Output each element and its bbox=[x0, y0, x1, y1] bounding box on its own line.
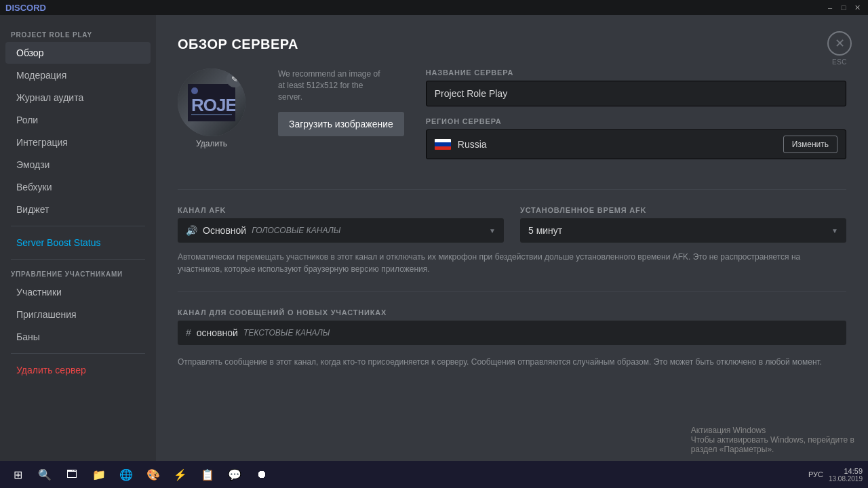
afk-time-col: УСТАНОВЛЕННОЕ ВРЕМЯ AFK 5 минут ▼ bbox=[520, 206, 846, 243]
sidebar-item-audit[interactable]: Журнал аудита bbox=[5, 87, 151, 108]
ae-button[interactable]: ⚡ bbox=[168, 462, 193, 487]
new-members-channel-label: КАНАЛ ДЛЯ СООБЩЕНИЙ О НОВЫХ УЧАСТНИКАХ bbox=[178, 308, 846, 317]
sidebar-item-roles[interactable]: Роли bbox=[5, 109, 151, 131]
server-icon: ROJEC ✎ bbox=[178, 68, 245, 136]
discord-taskbar-button[interactable]: 💬 bbox=[222, 462, 247, 487]
search-taskbar-button[interactable]: 🔍 bbox=[33, 462, 57, 487]
afk-time-arrow: ▼ bbox=[831, 227, 838, 235]
afk-channel-arrow: ▼ bbox=[489, 227, 496, 235]
server-name-field: НАЗВАНИЕ СЕРВЕРА bbox=[426, 68, 846, 106]
sidebar-item-emoji[interactable]: Эмодзи bbox=[5, 154, 151, 176]
server-name-input[interactable] bbox=[426, 81, 846, 106]
icon-upload-area: ROJEC ✎ Удалить bbox=[178, 68, 245, 148]
esc-label: ESC bbox=[832, 58, 847, 66]
region-left: Russia bbox=[435, 139, 487, 150]
sidebar-item-boost[interactable]: Server Boost Status bbox=[5, 232, 151, 253]
taskbar-left: ⊞ 🔍 🗔 📁 🌐 🎨 ⚡ 📋 💬 ⏺ bbox=[5, 462, 274, 487]
server-overview-row: ROJEC ✎ Удалить We recommend an image of… bbox=[178, 68, 846, 170]
server-icon-upload-overlay[interactable]: ✎ bbox=[226, 71, 243, 87]
sidebar-item-delete-server[interactable]: Удалить сервер bbox=[5, 359, 151, 381]
afk-channel-sublabel: ГОЛОСОВЫЕ КАНАЛЫ bbox=[252, 226, 340, 235]
server-meta: НАЗВАНИЕ СЕРВЕРА РЕГИОН СЕРВЕРА Russia bbox=[426, 68, 846, 170]
title-bar: DISCORD – □ ✕ bbox=[0, 0, 868, 15]
title-bar-controls: – □ ✕ bbox=[825, 2, 863, 13]
maximize-button[interactable]: □ bbox=[838, 2, 849, 13]
delete-icon-link[interactable]: Удалить bbox=[196, 139, 227, 148]
close-button[interactable]: ✕ bbox=[827, 31, 852, 56]
afk-channel-value: Основной bbox=[203, 225, 246, 236]
sidebar-divider-1 bbox=[11, 226, 145, 226]
main-content: ✕ ESC ОБЗОР СЕРВЕРА ROJEC bbox=[156, 15, 868, 461]
afk-row: КАНАЛ AFK 🔊 Основной ГОЛОСОВЫЕ КАНАЛЫ ▼ … bbox=[178, 206, 846, 243]
sidebar-item-invites[interactable]: Приглашения bbox=[5, 304, 151, 325]
sidebar-item-integration[interactable]: Интеграция bbox=[5, 131, 151, 153]
region-row: Russia Изменить bbox=[426, 129, 846, 159]
server-image-hint: We recommend an image of at least 512x51… bbox=[278, 68, 387, 102]
app-body: PROJECT ROLE PLAY Обзор Модерация Журнал… bbox=[0, 15, 868, 461]
browser-button[interactable]: 🌐 bbox=[114, 462, 138, 487]
server-name-label: НАЗВАНИЕ СЕРВЕРА bbox=[426, 68, 846, 77]
afk-channel-label: КАНАЛ AFK bbox=[178, 206, 504, 214]
file-explorer-button[interactable]: 📁 bbox=[87, 462, 111, 487]
upload-image-button[interactable]: Загрузить изображение bbox=[278, 112, 404, 136]
start-button[interactable]: ⊞ bbox=[5, 462, 30, 487]
section-divider-members bbox=[178, 291, 846, 292]
task-view-button[interactable]: 🗔 bbox=[60, 462, 84, 487]
new-members-section: КАНАЛ ДЛЯ СООБЩЕНИЙ О НОВЫХ УЧАСТНИКАХ #… bbox=[178, 308, 846, 345]
discord-logo: DISCORD bbox=[5, 3, 46, 13]
server-region-label: РЕГИОН СЕРВЕРА bbox=[426, 117, 846, 125]
hash-icon: # bbox=[186, 327, 191, 338]
sidebar-item-moderation[interactable]: Модерация bbox=[5, 64, 151, 86]
sidebar-section-members: УПРАВЛЕНИЕ УЧАСТНИКАМИ bbox=[0, 265, 156, 281]
page-title: ОБЗОР СЕРВЕРА bbox=[178, 37, 846, 52]
taskbar-lang: РУС bbox=[808, 470, 823, 479]
sidebar-divider-2 bbox=[11, 259, 145, 260]
minimize-button[interactable]: – bbox=[825, 2, 835, 13]
afk-channel-select[interactable]: 🔊 Основной ГОЛОСОВЫЕ КАНАЛЫ ▼ bbox=[178, 218, 504, 243]
taskbar-right: РУС 14:59 13.08.2019 bbox=[808, 467, 863, 483]
speaker-icon: 🔊 bbox=[186, 225, 197, 236]
taskbar-time: 14:59 bbox=[829, 467, 863, 475]
clipboard-button[interactable]: 📋 bbox=[195, 462, 220, 487]
region-name: Russia bbox=[458, 139, 487, 150]
sidebar-item-widget[interactable]: Виджет bbox=[5, 199, 151, 220]
taskbar-date: 13.08.2019 bbox=[829, 475, 863, 483]
sidebar-item-webhooks[interactable]: Вебхуки bbox=[5, 176, 151, 198]
server-region-field: РЕГИОН СЕРВЕРА Russia Изменить bbox=[426, 117, 846, 159]
svg-text:ROJEC: ROJEC bbox=[191, 95, 235, 115]
change-region-button[interactable]: Изменить bbox=[783, 136, 837, 153]
svg-point-3 bbox=[191, 87, 198, 94]
close-btn-area: ✕ ESC bbox=[827, 31, 852, 66]
sidebar-item-bans[interactable]: Баны bbox=[5, 326, 151, 348]
russia-flag bbox=[435, 139, 451, 150]
taskbar: ⊞ 🔍 🗔 📁 🌐 🎨 ⚡ 📋 💬 ⏺ РУС 14:59 13.08.2019 bbox=[0, 461, 868, 488]
afk-time-value: 5 минут bbox=[528, 225, 562, 236]
afk-channel-col: КАНАЛ AFK 🔊 Основной ГОЛОСОВЫЕ КАНАЛЫ ▼ bbox=[178, 206, 504, 243]
sidebar-item-overview[interactable]: Обзор bbox=[5, 42, 151, 64]
new-members-channel-select[interactable]: # основной ТЕКСТОВЫЕ КАНАЛЫ bbox=[178, 321, 846, 345]
afk-description: Автоматически перемещать участников в эт… bbox=[178, 251, 846, 275]
sidebar-item-members[interactable]: Участники bbox=[5, 281, 151, 303]
afk-time-select[interactable]: 5 минут ▼ bbox=[520, 218, 846, 243]
afk-channel-select-inner: 🔊 Основной ГОЛОСОВЫЕ КАНАЛЫ bbox=[186, 225, 340, 236]
afk-time-label: УСТАНОВЛЕННОЕ ВРЕМЯ AFK bbox=[520, 206, 846, 214]
taskbar-time-block: 14:59 13.08.2019 bbox=[829, 467, 863, 483]
sidebar-divider-3 bbox=[11, 353, 145, 354]
titlebar-close-button[interactable]: ✕ bbox=[852, 2, 863, 13]
new-members-description: Отправлять сообщение в этот канал, когда… bbox=[178, 356, 846, 368]
sidebar: PROJECT ROLE PLAY Обзор Модерация Журнал… bbox=[0, 15, 156, 461]
record-button[interactable]: ⏺ bbox=[250, 462, 274, 487]
photoshop-button[interactable]: 🎨 bbox=[141, 462, 165, 487]
section-divider-afk bbox=[178, 189, 846, 190]
sidebar-section-server: PROJECT ROLE PLAY bbox=[0, 26, 156, 41]
new-members-channel-value: основной bbox=[197, 327, 238, 338]
new-members-channel-sublabel: ТЕКСТОВЫЕ КАНАЛЫ bbox=[243, 328, 330, 338]
